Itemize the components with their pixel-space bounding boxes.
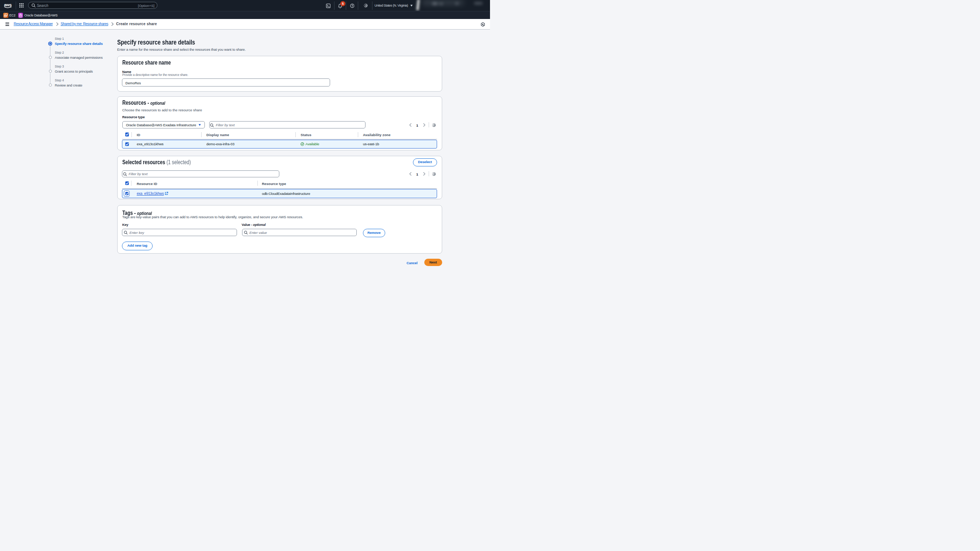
svg-text:aws: aws bbox=[4, 2, 12, 7]
